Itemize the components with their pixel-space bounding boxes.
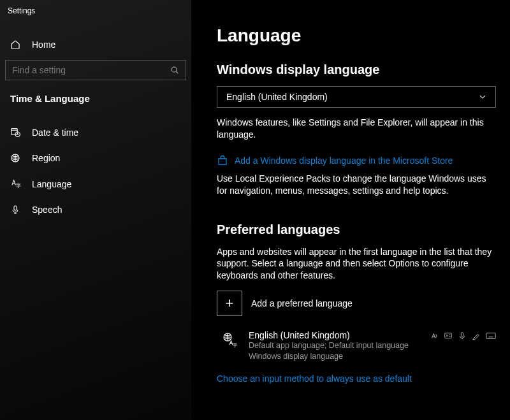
preferred-languages-heading: Preferred languages (217, 222, 496, 237)
svg-rect-12 (445, 333, 452, 338)
svg-point-0 (171, 67, 177, 72)
svg-line-6 (18, 134, 18, 135)
text-to-speech-icon (430, 331, 439, 340)
sidebar-item-speech[interactable]: Speech (0, 197, 191, 222)
svg-rect-2 (11, 129, 18, 135)
chevron-down-icon (479, 93, 486, 101)
sidebar-item-label: Language (32, 179, 71, 189)
sidebar-item-date-time[interactable]: Date & time (0, 119, 191, 145)
app-title: Settings (0, 0, 191, 20)
svg-point-13 (446, 335, 448, 337)
voice-icon (458, 331, 467, 340)
sidebar-item-label: Speech (32, 205, 62, 215)
keyboard-icon (486, 331, 496, 340)
display-language-dropdown[interactable]: English (United Kingdom) (217, 86, 496, 108)
globe-icon (10, 153, 22, 163)
category-heading: Time & Language (0, 84, 191, 110)
sidebar-item-region[interactable]: Region (0, 145, 191, 171)
preferred-language-subtext2: Windows display language (249, 351, 430, 362)
svg-line-1 (176, 71, 178, 73)
preferred-language-name: English (United Kingdom) (249, 330, 430, 340)
sidebar-item-label: Date & time (32, 127, 78, 138)
nav-home[interactable]: Home (0, 33, 191, 56)
add-preferred-language-button[interactable]: + Add a preferred language (217, 291, 496, 316)
search-box[interactable] (5, 60, 186, 80)
search-icon (170, 66, 179, 75)
display-language-value: English (United Kingdom) (226, 92, 479, 102)
home-icon (10, 40, 22, 50)
sidebar-item-language[interactable]: 字 Language (0, 171, 191, 197)
language-feature-icons (430, 330, 496, 340)
handwriting-icon (472, 331, 481, 340)
add-preferred-language-label: Add a preferred language (251, 298, 353, 308)
language-globe-icon: 字 (217, 330, 242, 348)
add-language-store-link[interactable]: Add a Windows display language in the Mi… (217, 155, 496, 166)
svg-rect-15 (486, 333, 495, 339)
shopping-bag-icon (217, 155, 228, 166)
language-icon: 字 (10, 178, 22, 189)
calendar-clock-icon (10, 127, 22, 138)
main-panel: Language Windows display language Englis… (191, 0, 510, 420)
svg-rect-9 (14, 206, 17, 210)
preferred-language-subtext: Default app language; Default input lang… (249, 340, 430, 351)
preferred-languages-description: Apps and websites will appear in the fir… (217, 246, 496, 282)
svg-text:字: 字 (16, 183, 21, 189)
sidebar-item-label: Region (32, 153, 60, 163)
display-language-description: Windows features, like Settings and File… (217, 117, 496, 141)
search-input[interactable] (12, 65, 170, 75)
svg-rect-14 (461, 333, 463, 337)
plus-icon: + (217, 291, 242, 316)
svg-text:字: 字 (233, 343, 237, 347)
preferred-language-item[interactable]: 字 English (United Kingdom) Default app l… (217, 330, 496, 362)
speech-recognition-icon (444, 331, 453, 340)
input-method-default-link[interactable]: Choose an input method to always use as … (217, 373, 496, 384)
microphone-icon (10, 205, 22, 215)
store-link-description: Use Local Experience Packs to change the… (217, 173, 496, 197)
store-link-text: Add a Windows display language in the Mi… (235, 156, 453, 166)
sidebar: Settings Home Time & Language (0, 0, 191, 420)
nav-home-label: Home (32, 40, 55, 50)
display-language-heading: Windows display language (217, 62, 496, 77)
page-title: Language (217, 25, 496, 46)
